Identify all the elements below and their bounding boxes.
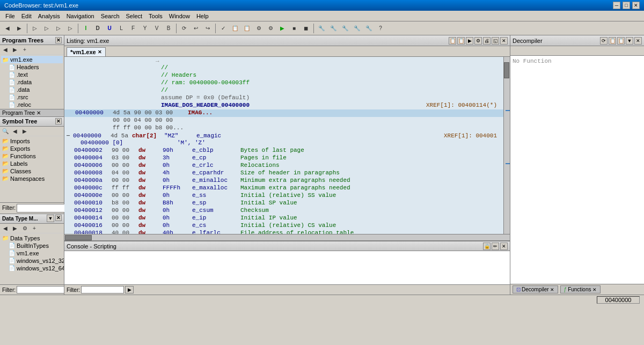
toolbar-btn-9[interactable]: F (128, 23, 138, 34)
toolbar-btn-20[interactable]: ⚙ (265, 23, 276, 34)
tree-item-headers[interactable]: 📄 Headers (1, 63, 63, 71)
row-e-cblp[interactable]: 00400002 90 00 dw 90h e_cblp Bytes of la… (64, 147, 510, 155)
toolbar-btn-7[interactable]: U (104, 23, 115, 34)
row-e-cparhdr[interactable]: 00400008 04 00 dw 4h e_cparhdr Size of h… (64, 170, 510, 177)
symbol-classes[interactable]: 📂 Classes (1, 167, 63, 175)
symbol-imports[interactable]: 📂 Imports (1, 137, 63, 145)
console-lock-btn[interactable]: 🔒 (483, 243, 491, 250)
listing-ctrl-4[interactable]: ⚙ (474, 37, 482, 45)
toolbar-btn-22[interactable]: ◼ (301, 23, 311, 34)
dtm-close[interactable]: ✕ (55, 215, 62, 221)
tree-item-data[interactable]: 📄 .data (1, 86, 63, 93)
dtm-arrow-btn[interactable]: ▼ (47, 215, 54, 222)
symbol-functions[interactable]: 📂 Functions (1, 152, 63, 160)
vertical-scrollbar-thumb[interactable] (504, 62, 509, 78)
menu-window[interactable]: Window (166, 12, 193, 20)
dtm-toolbar-btn1[interactable]: ◀ (1, 224, 10, 232)
row-e-ip[interactable]: 00400014 00 00 dw 0h e_ip Initial IP val… (64, 215, 510, 222)
listing-ctrl-2[interactable]: 📋 (457, 37, 465, 45)
toolbar-btn-21[interactable]: ■ (289, 23, 299, 34)
expand-minus[interactable]: ─ (67, 133, 73, 139)
row-e-sp[interactable]: 00400010 b8 00 dw B8h e_sp Initial SP va… (64, 200, 510, 207)
toolbar-btn-10[interactable]: Y (140, 23, 150, 34)
toolbar-btn-5[interactable]: I (80, 23, 91, 34)
toolbar-run[interactable]: ▶ (277, 23, 288, 34)
toolbar-forward[interactable]: ▶ (14, 23, 25, 34)
dtm-builtin[interactable]: 📄 BuiltInTypes (1, 242, 63, 249)
vertical-scrollbar-track[interactable] (503, 57, 510, 234)
tree-item-reloc[interactable]: 📄 .reloc (1, 101, 63, 108)
toolbar-btn-8[interactable]: L (116, 23, 127, 34)
decompiler-ctrl-3[interactable]: 📋 (617, 37, 625, 45)
toolbar-btn-6[interactable]: D (92, 23, 103, 34)
listing-tab-vm1exe[interactable]: *vm1.exe ✕ (67, 47, 106, 56)
toolbar-btn-24[interactable]: 🔧 (328, 23, 339, 34)
menu-search[interactable]: Search (98, 12, 123, 20)
dtm-toolbar-btn4[interactable]: + (30, 224, 39, 232)
toolbar-btn-12[interactable]: B (163, 23, 174, 34)
close-button[interactable]: ✕ (632, 2, 640, 9)
dtm-vm1exe[interactable]: 📄 vm1.exe (1, 249, 63, 257)
decompiler-ctrl-4[interactable]: ▼ (626, 37, 633, 45)
toolbar-btn-19[interactable]: ⚙ (253, 23, 264, 34)
toolbar-btn-14[interactable]: ↩ (191, 23, 201, 34)
toolbar-btn-25[interactable]: 🔧 (340, 23, 350, 34)
row-e-lfarlc[interactable]: 00400018 40 00 dw 40h e_lfarlc File addr… (64, 230, 510, 234)
tree-item-vm1exe[interactable]: 📁 vm1.exe (1, 56, 63, 63)
toolbar-btn-11[interactable]: V (151, 23, 162, 34)
toolbar-btn-13[interactable]: ⟳ (179, 23, 189, 34)
menu-file[interactable]: File (2, 12, 18, 20)
symbol-exports[interactable]: 📂 Exports (1, 145, 63, 152)
decompiler-ctrl-1[interactable]: ⟳ (600, 37, 608, 45)
data-row-1[interactable]: 00 00 04 00 00 00 (64, 117, 510, 124)
horizontal-scrollbar[interactable] (64, 234, 510, 240)
menu-select[interactable]: Select (123, 12, 146, 20)
menu-edit[interactable]: Edit (18, 12, 35, 20)
functions-tab-close[interactable]: ✕ (592, 287, 597, 292)
listing-ctrl-3[interactable]: ▶ (466, 37, 473, 45)
toolbar-btn-3[interactable]: ▷ (53, 23, 64, 34)
toolbar-btn-26[interactable]: 🔧 (352, 23, 362, 34)
toolbar-btn-4[interactable]: ▷ (65, 23, 76, 34)
tab-close-icon[interactable]: ✕ (98, 49, 102, 55)
toolbar-btn-17[interactable]: 📋 (230, 23, 240, 34)
toolbar-btn-16[interactable]: ✓ (218, 23, 229, 34)
horizontal-scrollbar-thumb[interactable] (65, 235, 92, 240)
toolbar-btn-27[interactable]: 🔧 (363, 23, 374, 34)
menu-help[interactable]: Help (193, 12, 212, 20)
pt-toolbar-btn3[interactable]: + (20, 46, 29, 54)
symbol-namespaces[interactable]: 📂 Namespaces (1, 175, 63, 182)
row-e-ss[interactable]: 0040000e 00 00 dw 0h e_ss Initial (relat… (64, 192, 510, 200)
decompiler-tab-functions[interactable]: ƒ Functions ✕ (560, 285, 601, 293)
st-toolbar-btn1[interactable]: 🔍 (1, 127, 10, 135)
symbol-tree-close[interactable]: ✕ (55, 118, 62, 124)
dtm-data-types[interactable]: 📁 Data Types (1, 234, 63, 242)
decompiler-ctrl-2[interactable]: 📋 (609, 37, 616, 45)
dtm-toolbar-btn2[interactable]: ▶ (11, 224, 19, 232)
console-close[interactable]: ✕ (500, 243, 508, 250)
row-e-csum[interactable]: 00400012 00 00 dw 0h e_csum Checksum (64, 207, 510, 215)
listing-ctrl-6[interactable]: ◱ (492, 37, 499, 45)
toolbar-btn-28[interactable]: ? (375, 23, 386, 34)
dtm-vs12-64[interactable]: 📄 windows_vs12_64 (1, 265, 63, 272)
toolbar-btn-1[interactable]: ▷ (30, 23, 40, 34)
dtm-filter-input[interactable] (17, 286, 64, 293)
data-row-0[interactable]: 00400000 4d 5a 90 00 03 00 IMAG... (64, 109, 510, 117)
menu-navigation[interactable]: Navigation (63, 12, 98, 20)
decompiler-tab-close[interactable]: ✕ (550, 287, 554, 292)
console-content[interactable] (64, 251, 510, 284)
tree-item-rdata[interactable]: 📄 .rdata (1, 78, 63, 86)
program-trees-close[interactable]: ✕ (55, 37, 62, 43)
row-e-maxalloc[interactable]: 0040000c ff ff dw FFFFh e_maxalloc Maxim… (64, 185, 510, 192)
dtm-vs12-32[interactable]: 📄 windows_vs12_32 (1, 257, 63, 265)
maximize-button[interactable]: □ (623, 2, 630, 9)
symbol-labels[interactable]: 📂 Labels (1, 160, 63, 167)
console-filter-btn[interactable]: ▶ (125, 286, 134, 293)
menu-tools[interactable]: Tools (145, 12, 166, 20)
listing-content[interactable]: → // // Headers // ram: 00400000-004003f… (64, 57, 510, 234)
pt-toolbar-btn1[interactable]: ◀ (1, 46, 10, 54)
decompiler-close[interactable]: ✕ (634, 37, 642, 45)
toolbar-btn-23[interactable]: 🔧 (316, 23, 327, 34)
console-filter-input[interactable] (81, 286, 124, 293)
row-e-minalloc[interactable]: 0040000a 00 00 dw 0h e_minalloc Minimum … (64, 177, 510, 185)
